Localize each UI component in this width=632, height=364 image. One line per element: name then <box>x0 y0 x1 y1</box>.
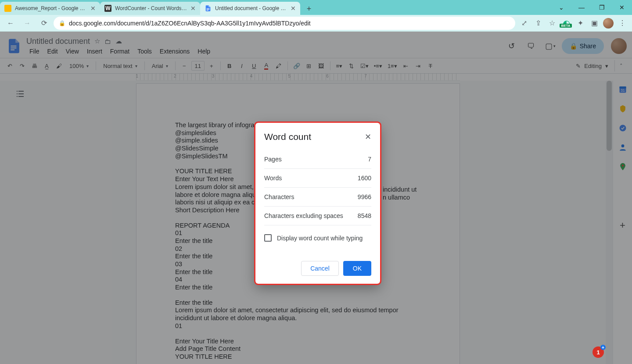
word-count-rows: Pages7Words1600Characters9966Characters … <box>264 150 371 225</box>
nav-forward-button[interactable]: → <box>20 16 34 30</box>
row-label: Characters excluding spaces <box>264 212 343 219</box>
cancel-button[interactable]: Cancel <box>301 261 339 276</box>
browser-tab-docs[interactable]: Untitled document - Google Doc ✕ <box>200 2 300 15</box>
menu-format[interactable]: Format <box>107 47 133 56</box>
menu-view[interactable]: View <box>63 47 82 56</box>
chevron-down-icon: ▾ <box>605 63 608 69</box>
tab-close-icon[interactable]: ✕ <box>291 5 296 12</box>
keep-icon[interactable] <box>618 104 627 113</box>
checklist-button[interactable]: ☑▾ <box>359 60 370 71</box>
svg-rect-3 <box>11 46 16 46</box>
reader-mode-icon[interactable]: ▣ <box>588 17 600 29</box>
zoom-icon[interactable]: ⤢ <box>518 17 530 29</box>
svg-point-10 <box>621 144 624 147</box>
window-maximize-button[interactable]: ❐ <box>592 0 612 15</box>
meet-icon[interactable]: ▢▾ <box>542 38 558 54</box>
window-controls: ⌄ — ❐ ✕ <box>551 0 632 15</box>
styles-combo[interactable]: Normal text▾ <box>100 63 140 69</box>
insert-image-button[interactable]: 🖼 <box>316 60 327 71</box>
print-button[interactable]: 🖶 <box>29 60 40 71</box>
window-minimize-button[interactable]: — <box>571 0 592 15</box>
nav-back-button[interactable]: ← <box>4 16 18 30</box>
line-spacing-button[interactable]: ⇅ <box>346 60 357 71</box>
add-addon-button[interactable]: + <box>618 221 627 230</box>
menu-help[interactable]: Help <box>194 47 213 56</box>
contacts-icon[interactable] <box>618 143 627 152</box>
history-icon[interactable]: ↺ <box>504 38 520 54</box>
bulleted-list-button[interactable]: •≡▾ <box>372 60 384 71</box>
browser-menu-icon[interactable]: ⋮ <box>616 17 628 29</box>
indent-decrease-button[interactable]: ⇤ <box>401 60 411 71</box>
spellcheck-button[interactable]: A̲ <box>41 60 52 71</box>
ruler-number: 4 <box>250 74 253 79</box>
docs-logo-icon[interactable] <box>5 37 23 55</box>
display-while-typing-option[interactable]: Display word count while typing <box>264 234 371 242</box>
tasks-icon[interactable] <box>618 124 627 132</box>
maps-icon[interactable] <box>618 162 627 171</box>
scrollbar-thumb[interactable] <box>607 81 612 151</box>
extensions-icon[interactable]: ✦ <box>574 17 586 29</box>
doc-text-line: Enter Your Title Here <box>175 338 419 346</box>
svg-rect-1 <box>207 9 210 10</box>
menu-edit[interactable]: Edit <box>44 47 61 56</box>
dialog-close-button[interactable]: ✕ <box>365 132 371 142</box>
star-icon[interactable]: ☆ <box>546 17 558 29</box>
profile-avatar[interactable] <box>602 17 614 29</box>
star-outline-icon[interactable]: ☆ <box>94 37 100 45</box>
font-size-input[interactable]: 11 <box>191 61 205 71</box>
doc-text-fragment: incididunt ut n ullamco <box>383 186 417 201</box>
menu-insert[interactable]: Insert <box>84 47 105 56</box>
extension-beta-icon[interactable]: ◐ BETA <box>560 17 572 29</box>
menu-file[interactable]: File <box>26 47 43 56</box>
docs-header: Untitled document ☆ 🗀 ☁ File Edit View I… <box>0 32 632 58</box>
new-tab-button[interactable]: + <box>303 3 315 15</box>
indent-increase-button[interactable]: ⇥ <box>413 60 424 71</box>
svg-rect-4 <box>11 47 16 48</box>
editing-mode-combo[interactable]: ✎ Editing ▾ <box>571 63 613 69</box>
doc-title[interactable]: Untitled document <box>26 37 90 46</box>
align-button[interactable]: ≡▾ <box>334 60 345 71</box>
menu-extensions[interactable]: Extensions <box>157 47 193 56</box>
numbered-list-button[interactable]: 1≡▾ <box>386 60 399 71</box>
insert-link-button[interactable]: 🔗 <box>291 60 302 71</box>
share-button[interactable]: 🔒 Share <box>562 38 604 54</box>
collapse-toolbar-button[interactable]: ˄ <box>614 60 628 71</box>
window-close-button[interactable]: ✕ <box>612 0 632 15</box>
outline-toggle-icon[interactable] <box>15 89 25 99</box>
cloud-status-icon[interactable]: ☁ <box>115 37 122 45</box>
move-icon[interactable]: 🗀 <box>104 38 111 45</box>
tab-close-icon[interactable]: ✕ <box>90 5 96 12</box>
bold-button[interactable]: B <box>224 60 235 71</box>
caret-down-icon[interactable]: ⌄ <box>551 0 571 15</box>
highlight-button[interactable]: 🖍 <box>273 60 284 71</box>
comments-icon[interactable]: 🗨 <box>523 38 539 54</box>
font-combo[interactable]: Arial▾ <box>148 63 172 69</box>
vertical-scrollbar[interactable] <box>606 81 613 364</box>
font-size-plus[interactable]: + <box>206 60 217 71</box>
tab-close-icon[interactable]: ✕ <box>190 5 196 12</box>
calendar-icon[interactable]: 31 <box>618 85 627 94</box>
italic-button[interactable]: I <box>237 60 247 71</box>
share-page-icon[interactable]: ⇪ <box>532 17 544 29</box>
clear-formatting-button[interactable]: T <box>425 60 436 71</box>
browser-tab-wordcounter[interactable]: W WordCounter - Count Words & C ✕ <box>100 2 200 15</box>
text-color-button[interactable]: A <box>261 60 272 71</box>
font-size-minus[interactable]: − <box>179 60 190 71</box>
checkbox-icon[interactable] <box>264 234 272 242</box>
undo-button[interactable]: ↶ <box>4 60 15 71</box>
svg-rect-5 <box>11 50 14 50</box>
browser-tab-slides[interactable]: Awesome_Report - Google Slides ✕ <box>0 2 100 15</box>
address-bar[interactable]: 🔒 docs.google.com/document/d/1aZ6ZO6EcnA… <box>54 17 515 30</box>
redo-button[interactable]: ↷ <box>17 60 27 71</box>
horizontal-ruler[interactable]: 1234567 <box>136 74 460 81</box>
zoom-combo[interactable]: 100%▾ <box>66 63 92 69</box>
account-avatar[interactable] <box>611 38 627 54</box>
add-comment-button[interactable]: ⊞ <box>304 60 314 71</box>
notification-badge[interactable]: 1 <box>592 346 604 358</box>
paint-format-button[interactable]: 🖌 <box>54 60 64 71</box>
docs-toolbar: ↶ ↷ 🖶 A̲ 🖌 100%▾ Normal text▾ Arial▾ − 1… <box>0 58 632 74</box>
nav-reload-button[interactable]: ⟳ <box>37 16 51 30</box>
ok-button[interactable]: OK <box>343 261 371 276</box>
menu-tools[interactable]: Tools <box>134 47 155 56</box>
underline-button[interactable]: U <box>249 60 259 71</box>
